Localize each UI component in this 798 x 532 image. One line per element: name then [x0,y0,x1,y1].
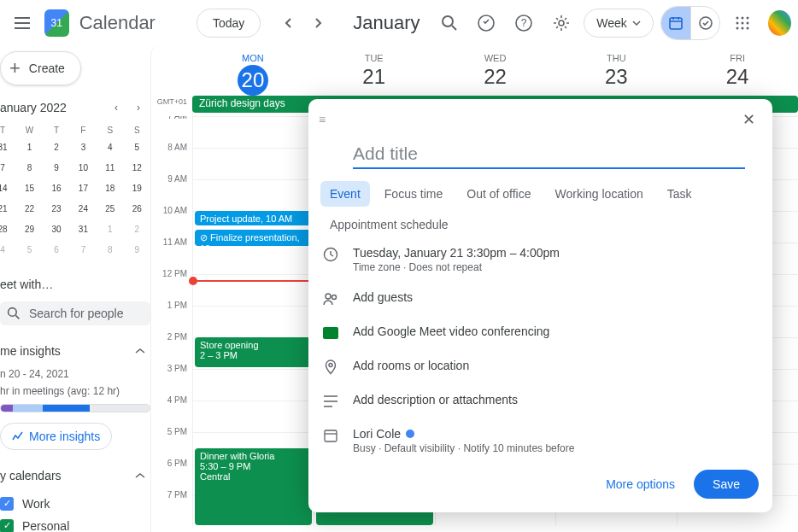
calendar-event[interactable]: ⊘ Finalize presentation, 10 [195,230,312,245]
mini-day[interactable]: 23 [47,200,66,219]
mini-day[interactable]: 15 [21,179,39,198]
mini-day[interactable]: 18 [101,179,120,198]
close-button[interactable]: ✕ [735,106,762,133]
event-type-tab[interactable]: Task [658,181,701,207]
people-icon [322,290,339,307]
svg-point-10 [736,22,739,25]
view-selector[interactable]: Week [584,9,654,38]
google-apps-icon[interactable] [727,6,758,40]
day-header[interactable]: FRI24 [677,46,798,96]
chart-icon [12,430,24,442]
more-insights-label: More insights [29,430,100,443]
drag-handle-icon[interactable]: ≡ [319,113,326,126]
mini-day[interactable]: 28 [0,220,12,239]
main-menu-icon[interactable] [7,6,38,40]
create-button[interactable]: + Create [0,51,81,85]
calendar-mode-button[interactable] [661,7,690,39]
mini-calendar[interactable]: MTWTFSS303112345678910111213141516171819… [0,123,150,260]
event-type-tab[interactable]: Appointment schedule [320,212,458,237]
mini-day[interactable]: 22 [21,200,39,219]
mini-day[interactable]: 9 [127,241,146,260]
location-row[interactable]: Add rooms or location [322,350,759,384]
day-header[interactable]: WED22 [435,46,556,96]
mini-day[interactable]: 9 [47,159,66,178]
mini-day[interactable]: 31 [0,138,12,157]
today-button[interactable]: Today [197,9,261,38]
mini-day[interactable]: 8 [21,159,39,178]
mini-day[interactable]: 24 [73,200,92,219]
description-row[interactable]: Add description or attachments [322,384,759,418]
mini-day[interactable]: 2 [127,220,146,239]
event-title-input[interactable] [353,140,745,169]
mini-day[interactable]: 3 [73,138,92,157]
insights-header[interactable]: me insights [0,339,150,363]
meet-row[interactable]: Add Google Meet video conferencing [322,316,759,350]
mini-day[interactable]: 5 [21,241,39,260]
time-label: 7 AM [151,116,192,143]
mini-day[interactable]: 26 [127,200,146,219]
mini-day[interactable]: 1 [21,138,39,157]
next-week-button[interactable] [305,9,332,37]
mini-day[interactable]: 29 [21,220,39,239]
mini-day[interactable]: 8 [101,241,120,260]
more-options-button[interactable]: More options [596,471,685,498]
mini-day[interactable]: 5 [127,138,146,157]
mini-day[interactable]: 12 [127,159,146,178]
calendar-item[interactable]: ✓Work [0,493,150,515]
support-icon[interactable] [472,6,502,40]
mini-day[interactable]: 25 [101,200,120,219]
mini-day[interactable]: 14 [0,179,12,198]
calendar-event[interactable]: Dinner with Gloria5:30 – 9 PMCentral [195,448,312,526]
event-type-tab[interactable]: Working location [546,181,653,207]
mini-weekday: S [97,123,123,137]
mini-day[interactable]: 7 [73,241,92,260]
day-of-week: FRI [677,53,798,63]
mini-day[interactable]: 19 [127,179,146,198]
mini-day[interactable]: 10 [73,159,92,178]
day-header[interactable]: THU23 [555,46,677,96]
mini-day[interactable]: 17 [73,179,92,198]
tasks-mode-button[interactable] [690,7,719,39]
event-create-popup: ≡ ✕ EventFocus timeOut of officeWorking … [308,99,772,512]
mini-day[interactable]: 21 [0,200,12,219]
mini-day[interactable]: 7 [0,159,12,178]
mini-day[interactable]: 4 [101,138,120,157]
day-header[interactable]: MON20 [192,46,314,96]
settings-icon[interactable] [546,6,577,40]
calendar-event[interactable]: Project update, 10 AM [195,211,312,225]
my-calendars-header[interactable]: y calendars [0,464,150,488]
mini-day[interactable]: 1 [101,220,120,239]
mini-next-button[interactable]: › [128,97,149,118]
mini-day[interactable]: 31 [73,220,92,239]
datetime-row[interactable]: Tuesday, January 21 3:30pm – 4:00pm Time… [322,237,759,282]
calendar-owner-row[interactable]: Lori Cole Busy · Default visibility · No… [322,418,759,463]
mini-day[interactable]: 2 [47,138,66,157]
day-column[interactable]: Project update, 10 AM⊘ Finalize presenta… [192,116,314,526]
save-button[interactable]: Save [694,470,759,499]
calendar-event[interactable]: Store opening2 – 3 PM [195,337,312,367]
search-icon[interactable] [434,6,465,40]
search-placeholder: Search for people [29,307,124,320]
search-people-input[interactable]: Search for people [0,301,150,325]
mini-day[interactable]: 30 [47,220,66,239]
plus-icon: + [9,61,21,76]
meet-text: Add Google Meet video conferencing [353,324,549,338]
mini-day[interactable]: 6 [47,241,66,260]
more-insights-button[interactable]: More insights [0,423,112,450]
event-type-tab[interactable]: Out of office [457,181,540,207]
clock-icon [322,246,339,263]
help-icon[interactable]: ? [508,6,539,40]
time-label: 3 PM [151,364,192,395]
mini-day[interactable]: 16 [47,179,66,198]
day-header[interactable]: TUE21 [314,46,435,96]
mini-prev-button[interactable]: ‹ [106,97,126,118]
account-avatar[interactable] [768,10,791,36]
mini-day[interactable]: 11 [101,159,120,178]
mini-weekday: F [70,123,97,137]
event-type-tab[interactable]: Event [320,181,370,207]
prev-week-button[interactable] [274,9,302,37]
calendar-item[interactable]: ✓Personal [0,515,150,532]
guests-row[interactable]: Add guests [322,282,759,316]
event-type-tab[interactable]: Focus time [375,181,452,207]
mini-day[interactable]: 4 [0,241,12,260]
